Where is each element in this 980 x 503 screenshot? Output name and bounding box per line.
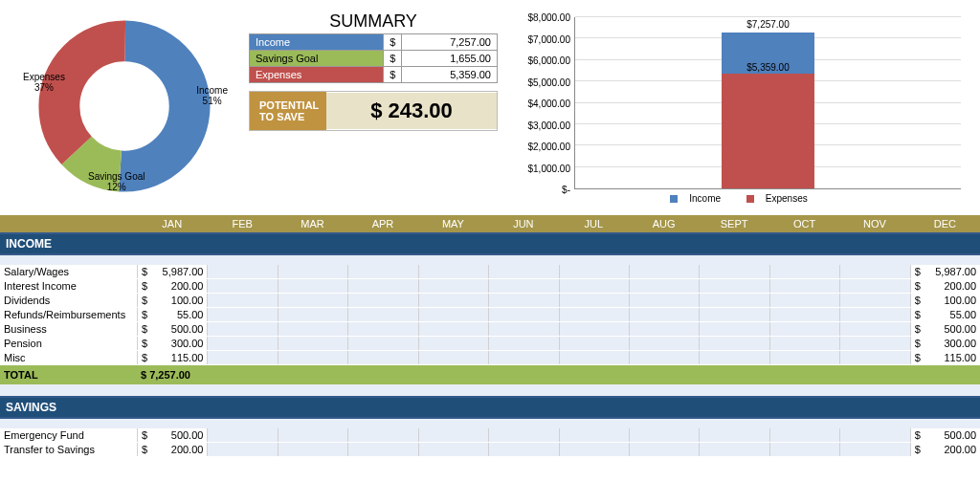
cell[interactable] bbox=[769, 279, 839, 293]
cell[interactable] bbox=[629, 443, 699, 456]
cell[interactable]: $200.00 bbox=[910, 279, 980, 293]
cell[interactable] bbox=[699, 337, 768, 350]
cell[interactable]: $115.00 bbox=[137, 351, 207, 364]
cell[interactable] bbox=[629, 337, 699, 350]
cell[interactable] bbox=[347, 279, 417, 293]
cell[interactable]: $200.00 bbox=[137, 443, 207, 456]
cell[interactable] bbox=[347, 294, 417, 307]
cell[interactable] bbox=[839, 351, 909, 364]
cell[interactable] bbox=[347, 265, 417, 278]
cell[interactable]: $500.00 bbox=[137, 428, 207, 442]
cell[interactable] bbox=[278, 322, 347, 336]
cell[interactable] bbox=[278, 443, 347, 456]
cell[interactable] bbox=[488, 443, 558, 456]
cell[interactable] bbox=[418, 265, 488, 278]
cell[interactable] bbox=[559, 428, 629, 442]
cell[interactable] bbox=[207, 351, 277, 364]
cell[interactable] bbox=[769, 443, 839, 456]
cell[interactable] bbox=[699, 351, 768, 364]
cell[interactable] bbox=[629, 308, 699, 321]
cell[interactable] bbox=[839, 294, 909, 307]
cell[interactable]: $500.00 bbox=[910, 322, 980, 336]
cell[interactable] bbox=[839, 279, 909, 293]
cell[interactable] bbox=[488, 322, 558, 336]
cell[interactable] bbox=[839, 428, 909, 442]
cell[interactable]: $500.00 bbox=[137, 322, 207, 336]
cell[interactable] bbox=[839, 265, 909, 278]
cell[interactable] bbox=[559, 294, 629, 307]
cell[interactable] bbox=[418, 322, 488, 336]
cell[interactable] bbox=[347, 322, 417, 336]
cell[interactable] bbox=[769, 337, 839, 350]
cell[interactable] bbox=[699, 279, 768, 293]
cell[interactable] bbox=[418, 279, 488, 293]
cell[interactable] bbox=[278, 428, 347, 442]
cell[interactable] bbox=[278, 265, 347, 278]
cell[interactable] bbox=[839, 322, 909, 336]
cell[interactable] bbox=[207, 322, 277, 336]
cell[interactable] bbox=[699, 294, 768, 307]
cell[interactable] bbox=[699, 308, 768, 321]
cell[interactable] bbox=[559, 308, 629, 321]
cell[interactable] bbox=[418, 428, 488, 442]
cell[interactable] bbox=[699, 443, 768, 456]
cell[interactable] bbox=[839, 337, 909, 350]
cell[interactable] bbox=[699, 322, 768, 336]
cell[interactable] bbox=[207, 337, 277, 350]
cell[interactable] bbox=[347, 308, 417, 321]
cell[interactable] bbox=[769, 322, 839, 336]
cell[interactable] bbox=[207, 294, 277, 307]
cell[interactable] bbox=[488, 265, 558, 278]
cell[interactable]: $5,987.00 bbox=[137, 265, 207, 278]
cell[interactable] bbox=[488, 428, 558, 442]
cell[interactable]: $100.00 bbox=[910, 294, 980, 307]
cell[interactable] bbox=[559, 443, 629, 456]
cell[interactable] bbox=[629, 279, 699, 293]
cell[interactable] bbox=[629, 294, 699, 307]
cell[interactable] bbox=[488, 351, 558, 364]
cell[interactable] bbox=[418, 294, 488, 307]
cell[interactable] bbox=[839, 308, 909, 321]
cell[interactable] bbox=[418, 337, 488, 350]
cell[interactable]: $5,987.00 bbox=[910, 265, 980, 278]
cell[interactable] bbox=[347, 443, 417, 456]
cell[interactable] bbox=[418, 308, 488, 321]
cell[interactable] bbox=[769, 308, 839, 321]
cell[interactable] bbox=[207, 428, 277, 442]
cell[interactable] bbox=[629, 322, 699, 336]
cell[interactable] bbox=[769, 351, 839, 364]
cell[interactable] bbox=[207, 443, 277, 456]
cell[interactable]: $200.00 bbox=[910, 443, 980, 456]
cell[interactable] bbox=[699, 265, 768, 278]
cell[interactable] bbox=[488, 337, 558, 350]
cell[interactable] bbox=[629, 265, 699, 278]
cell[interactable] bbox=[629, 351, 699, 364]
cell[interactable]: $500.00 bbox=[910, 428, 980, 442]
cell[interactable] bbox=[699, 428, 768, 442]
cell[interactable] bbox=[559, 337, 629, 350]
cell[interactable]: $115.00 bbox=[910, 351, 980, 364]
cell[interactable] bbox=[418, 443, 488, 456]
cell[interactable] bbox=[278, 351, 347, 364]
cell[interactable]: $300.00 bbox=[137, 337, 207, 350]
cell[interactable] bbox=[559, 351, 629, 364]
cell[interactable] bbox=[769, 265, 839, 278]
cell[interactable] bbox=[629, 428, 699, 442]
cell[interactable] bbox=[207, 279, 277, 293]
cell[interactable] bbox=[488, 279, 558, 293]
cell[interactable] bbox=[278, 279, 347, 293]
cell[interactable] bbox=[207, 265, 277, 278]
cell[interactable] bbox=[207, 308, 277, 321]
cell[interactable] bbox=[488, 308, 558, 321]
cell[interactable] bbox=[418, 351, 488, 364]
cell[interactable]: $55.00 bbox=[137, 308, 207, 321]
cell[interactable] bbox=[278, 294, 347, 307]
cell[interactable]: $300.00 bbox=[910, 337, 980, 350]
cell[interactable] bbox=[559, 265, 629, 278]
cell[interactable]: $55.00 bbox=[910, 308, 980, 321]
cell[interactable] bbox=[347, 337, 417, 350]
cell[interactable] bbox=[769, 428, 839, 442]
cell[interactable] bbox=[347, 428, 417, 442]
cell[interactable] bbox=[278, 337, 347, 350]
cell[interactable] bbox=[347, 351, 417, 364]
